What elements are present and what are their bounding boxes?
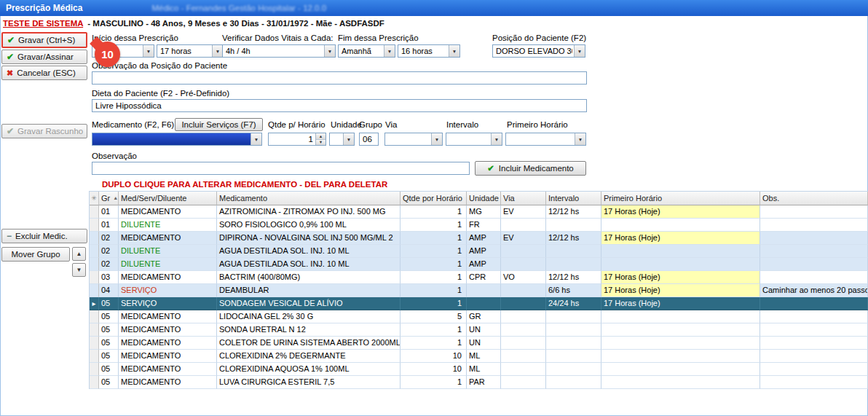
cell-obs [760,245,868,258]
spinner-down-icon[interactable]: ▼ [316,139,326,146]
window-subtitle: Médico - Fernandes Gestão Hospitalar - 1… [151,4,326,12]
cell-unidade: ML [467,363,501,376]
cell-tipo: DILUENTE [119,258,217,271]
column-header[interactable]: Primeiro Horário [601,192,760,205]
gravar-button[interactable]: ✔ Gravar (Ctrl+S) [1,32,87,48]
cell-intervalo: 6/6 hs [546,284,601,297]
cell-tipo: MEDICAMENTO [119,323,217,337]
cancelar-button[interactable]: ✖ Cancelar (ESC) [1,66,87,80]
cell-med: LIDOCAINA GEL 2% 30 G [217,310,401,323]
via-combo[interactable]: ▼ [384,133,443,146]
table-row[interactable]: 05MEDICAMENTOCOLETOR DE URINA SISTEMA AB… [90,337,868,350]
column-header[interactable]: Qtde por Horário [401,192,467,205]
cell-unidade: FR [467,219,501,232]
spinner-up-icon[interactable]: ▲ [316,133,326,139]
mover-grupo-down-button[interactable]: ▼ [72,263,86,277]
cell-obs: Caminhar ao menos 20 passos [760,284,868,297]
cell-intervalo [546,376,601,389]
mover-grupo-button[interactable]: Mover Grupo [1,247,70,262]
unidade-label: Unidade [331,120,362,129]
cell-med: CLOREXIDINA 2% DEGERMANTE [217,350,401,363]
column-header[interactable]: Intervalo [546,192,601,205]
cell-unidade: CPR [467,271,501,284]
fim-time-combo[interactable]: 16 horas ▼ [398,44,460,58]
cell-obs [760,219,868,232]
patient-info: - MASCULINO - 48 Anos, 9 Meses e 30 Dias… [87,19,384,28]
primeiro-horario-combo[interactable]: ▼ [505,133,586,146]
annotation-step-number: 10 [101,48,114,60]
obs-posicao-input[interactable] [92,71,587,85]
column-header[interactable]: Via [501,192,546,205]
posicao-combo[interactable]: DORSO ELEVADO 30 G ▼ [492,44,585,58]
table-row[interactable]: 03MEDICAMENTOBACTRIM (400/80MG)1CPRVO12/… [90,271,868,284]
table-row[interactable]: 05MEDICAMENTOCLOREXIDINA AQUOSA 1% 100ML… [90,363,868,376]
table-row[interactable]: 05MEDICAMENTOSONDA URETRAL N 121UN [90,323,868,337]
observacao-input[interactable] [92,162,470,175]
cell-gr: 01 [99,219,119,232]
table-row[interactable]: 01DILUENTESORO FISIOLOGICO 0,9% 100 ML1F… [90,219,868,232]
column-header[interactable]: Obs. [760,192,868,205]
cell-med: AGUA DESTILADA SOL. INJ. 10 ML [217,258,401,271]
incluir-servicos-button[interactable]: Incluir Serviços (F7) [175,118,263,131]
cell-qtde: 1 [401,323,467,337]
cell-via [501,323,546,337]
incluir-medicamento-button[interactable]: ✔ Incluir Medicamento [475,161,586,176]
excluir-medic-button[interactable]: − Excluir Medic. [1,229,87,243]
dieta-input[interactable] [92,99,587,112]
cell-tipo: MEDICAMENTO [119,271,217,284]
cell-via: EV [501,205,546,219]
spinner-buttons: ▲ ▼ [315,133,326,145]
cell-gr: 05 [99,376,119,389]
cell-gr: 02 [99,258,119,271]
table-row[interactable]: 02DILUENTEAGUA DESTILADA SOL. INJ. 10 ML… [90,258,868,271]
table-row[interactable]: 05MEDICAMENTOCLOREXIDINA 2% DEGERMANTE10… [90,350,868,363]
column-header[interactable]: Unidade [467,192,501,205]
arrow-up-icon: ▲ [76,251,82,257]
inicio-time-combo[interactable]: 17 horas ▼ [157,44,224,58]
cell-obs [760,297,868,310]
inicio-label: Início dessa Prescrição [92,34,178,42]
row-indicator [90,205,99,219]
vitais-combo[interactable]: 4h / 4h ▼ [222,44,336,58]
grupo-input[interactable] [359,133,379,146]
table-row[interactable]: 05MEDICAMENTOLIDOCAINA GEL 2% 30 G5GR [90,310,868,323]
column-header[interactable]: Medicamento [217,192,401,205]
row-indicator: ▸ [90,297,99,310]
table-row[interactable]: 05MEDICAMENTOLUVA CIRURGICA ESTERIL 7,51… [90,376,868,389]
cell-gr: 05 [99,350,119,363]
cell-via [501,297,546,310]
column-header[interactable]: Med/Serv/Diluente [119,192,217,205]
cell-primeiro: 17 Horas (Hoje) [601,205,760,219]
row-indicator [90,376,99,389]
grid-customize-icon[interactable]: ✳ [90,192,99,205]
cell-primeiro: 17 Horas (Hoje) [601,232,760,245]
fim-date-combo[interactable]: Amanhã ▼ [338,44,395,58]
gravar-rascunho-button[interactable]: ✔ Gravar Rascunho [1,124,87,138]
cell-med: CLOREXIDINA AQUOSA 1% 100ML [217,363,401,376]
cell-via [501,363,546,376]
cell-tipo: MEDICAMENTO [119,350,217,363]
cell-gr: 05 [99,323,119,337]
column-header[interactable]: Gr▲ [99,192,119,205]
qtde-spinner[interactable]: 1 ▲ ▼ [268,133,326,146]
cell-gr: 05 [99,363,119,376]
intervalo-combo[interactable]: ▼ [446,133,502,146]
table-row[interactable]: ▸05SERVIÇOSONDAGEM VESICAL DE ALÍVIO124/… [90,297,868,310]
cell-med: AZITROMICINA - ZITROMAX PO INJ. 500 MG [217,205,401,219]
unidade-combo[interactable]: ▼ [329,133,355,146]
cell-qtde: 5 [401,310,467,323]
chevron-down-icon: ▼ [574,45,585,57]
cell-gr: 05 [99,310,119,323]
table-row[interactable]: 02MEDICAMENTODIPIRONA - NOVALGINA SOL IN… [90,232,868,245]
table-row[interactable]: 04SERVIÇODEAMBULAR16/6 hs17 Horas (Hoje)… [90,284,868,297]
mover-grupo-up-button[interactable]: ▲ [72,247,86,261]
table-row[interactable]: 02DILUENTEAGUA DESTILADA SOL. INJ. 10 ML… [90,245,868,258]
medicamento-combo[interactable]: ▼ [92,133,262,146]
gravar-assinar-button[interactable]: ✔ Gravar/Assinar [1,50,87,64]
table-row[interactable]: 01MEDICAMENTOAZITROMICINA - ZITROMAX PO … [90,205,868,219]
spinner-value: 1 [309,135,313,144]
cell-tipo: DILUENTE [119,219,217,232]
grid-hint: DUPLO CLIQUE PARA ALTERAR MEDICAMENTO - … [102,180,387,189]
qtde-label: Qtde p/ Horário [268,120,326,129]
title-bar[interactable]: Prescrição Médica Médico - Fernandes Ges… [0,0,868,16]
